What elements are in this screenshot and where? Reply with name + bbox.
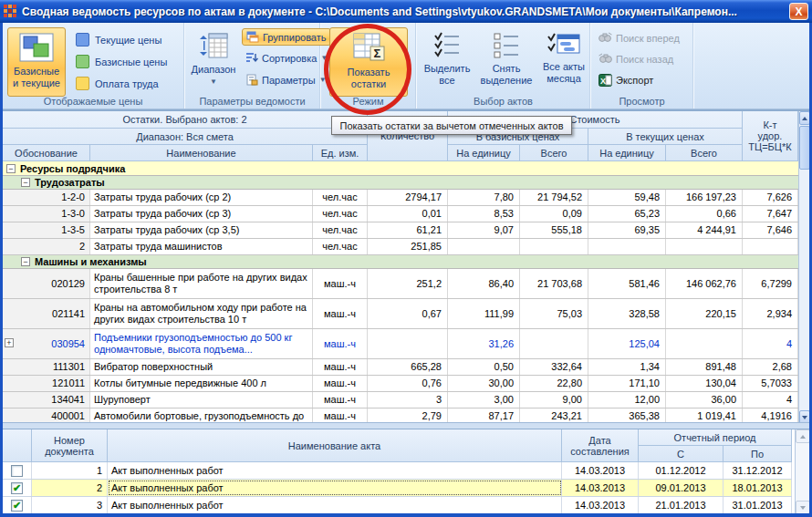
cell-name: Подъемники грузоподъемностью до 500 кг о… — [90, 329, 313, 358]
cell-code: 111301 — [3, 359, 90, 375]
month-acts-button[interactable]: Все акты месяца — [538, 27, 589, 97]
group-label-sheet-params: Параметры ведомости — [185, 96, 319, 107]
cell-qty: 61,21 — [368, 222, 448, 238]
svg-text:X: X — [600, 77, 606, 86]
grouping-button[interactable]: Группировать — [242, 28, 331, 46]
act-row[interactable]: ✔2Акт выполненных работ14.03.201309.01.2… — [3, 480, 792, 497]
cell-code: 1-2-0 — [3, 190, 90, 205]
current-prices-color-icon — [76, 33, 89, 47]
group-row[interactable]: −Трудозатраты — [3, 176, 798, 190]
cell-c_total: 891,48 — [666, 359, 743, 375]
show-remains-button[interactable]: Σ Показать остатки — [329, 27, 408, 97]
grouping-icon — [246, 31, 259, 43]
basis-prices-toggle[interactable]: Базисные цены — [76, 55, 167, 68]
cell-period-to: 31.12.2012 — [724, 462, 792, 479]
column-header-name: Наименование — [90, 145, 313, 161]
cell-act-name: Акт выполненных работ — [108, 462, 562, 479]
cell-act-date: 14.03.2013 — [562, 480, 639, 496]
export-button[interactable]: X Экспорт — [595, 72, 657, 88]
resources-vertical-scrollbar[interactable] — [798, 111, 809, 424]
acts-vertical-scrollbar[interactable] — [795, 429, 809, 514]
cell-period-from: 09.01.2013 — [639, 480, 724, 496]
cell-name: Краны башенные при работе на других вида… — [90, 269, 313, 298]
group-row[interactable]: −Машины и механизмы — [3, 255, 798, 269]
acts-table-header: Номер документа Наименование акта Дата с… — [3, 429, 792, 462]
header-range: Диапазон: Вся смета — [3, 129, 368, 145]
act-row[interactable]: 1Акт выполненных работ14.03.201301.12.20… — [3, 462, 792, 480]
resource-row[interactable]: 134041Шуруповертмаш.-ч33,009,0012,0036,0… — [3, 392, 798, 408]
collapse-icon[interactable]: − — [6, 164, 16, 173]
parameters-button[interactable]: Параметры ▼ — [242, 72, 330, 88]
resources-table: Остатки. Выбрано актов: 2 Диапазон: Вся … — [3, 109, 809, 422]
labor-pay-toggle[interactable]: Оплата труда — [76, 77, 159, 90]
resource-row[interactable]: 2Затраты труда машинистовчел.час251,85 — [3, 239, 798, 255]
select-all-button[interactable]: Выделить все — [420, 27, 474, 97]
header-coeff: К-т удор. ТЦ=БЦ*К — [743, 111, 798, 161]
cell-qty: 251,2 — [368, 269, 448, 298]
cell-c_total — [666, 329, 743, 358]
cell-name: Шуруповерт — [90, 392, 313, 408]
resource-row[interactable]: 111301Вибратор поверхностныймаш.-ч665,28… — [3, 359, 798, 376]
resource-row[interactable]: 020129Краны башенные при работе на други… — [3, 269, 798, 299]
cell-k: 4 — [743, 329, 798, 358]
search-back-label: Поиск назад — [616, 54, 673, 65]
cell-b_unit: 3,00 — [448, 392, 520, 408]
sorting-icon — [245, 52, 258, 64]
select-all-icon — [433, 32, 461, 59]
acts-header-period: Отчетный период — [639, 429, 792, 446]
act-row[interactable]: ✔3Акт выполненных работ14.03.201321.01.2… — [3, 497, 792, 514]
arrow-up-icon — [802, 117, 807, 120]
basis-current-prices-label: Базисные и текущие — [10, 66, 63, 89]
deselect-button[interactable]: Снять выделение — [476, 27, 536, 97]
act-checkbox-unchecked[interactable] — [11, 465, 23, 477]
app-icon — [4, 5, 17, 18]
search-back-button[interactable]: Поиск назад — [595, 51, 677, 67]
cell-unit: маш.-ч — [313, 392, 368, 408]
header-current-prices: В текущих ценах — [588, 129, 743, 145]
resource-row[interactable]: 021141Краны на автомобильном ходу при ра… — [3, 299, 798, 329]
cell-k: 7,646 — [743, 222, 798, 238]
search-forward-button[interactable]: Поиск вперед — [595, 30, 683, 46]
export-label: Экспорт — [616, 75, 653, 86]
act-checkbox-checked[interactable]: ✔ — [11, 482, 23, 494]
cell-c_total: 4 244,91 — [666, 222, 743, 238]
cell-name: Затраты труда рабочих (ср 2) — [90, 190, 313, 205]
collapse-icon[interactable]: − — [21, 178, 30, 187]
resource-row[interactable]: 030954+Подъемники грузоподъемностью до 5… — [3, 329, 798, 359]
expand-icon[interactable]: + — [5, 338, 14, 347]
labor-pay-label: Оплата труда — [95, 78, 159, 89]
acts-header-date: Дата составления — [562, 429, 639, 462]
basis-current-prices-button[interactable]: Базисные и текущие — [7, 27, 66, 97]
current-prices-toggle[interactable]: Текущие цены — [76, 33, 161, 47]
labor-pay-color-icon — [76, 77, 89, 90]
acts-scroll-up-button[interactable] — [796, 429, 810, 443]
parameters-label: Параметры — [262, 75, 316, 86]
cell-c_unit: 69,35 — [588, 222, 666, 238]
cell-b_unit: 86,40 — [448, 269, 520, 298]
resource-row[interactable]: 121011Котлы битумные передвижные 400 лма… — [3, 376, 798, 392]
cell-c_unit: 171,10 — [588, 376, 666, 391]
resource-row[interactable]: 1-3-5Затраты труда рабочих (ср 3,5)чел.ч… — [3, 222, 798, 239]
table-splitter[interactable] — [3, 422, 809, 429]
resource-row[interactable]: 1-2-0Затраты труда рабочих (ср 2)чел.час… — [3, 190, 798, 206]
close-button[interactable]: X — [789, 3, 808, 20]
group-row[interactable]: −Ресурсы подрядчика — [3, 161, 798, 176]
ribbon-group-view: Поиск вперед Поиск назад X Экспорт Просм… — [591, 23, 693, 109]
cell-name: Котлы битумные передвижные 400 л — [90, 376, 313, 391]
cell-c_unit: 581,46 — [588, 269, 666, 298]
act-checkbox-checked[interactable]: ✔ — [11, 500, 23, 512]
column-header-total-basis: Всего — [520, 145, 588, 161]
column-header-code: Обоснование — [3, 145, 90, 161]
group-row-label: Ресурсы подрядчика — [20, 163, 125, 174]
acts-scroll-down-button[interactable] — [796, 501, 810, 514]
collapse-icon[interactable]: − — [21, 257, 30, 266]
cell-c_total: 146 062,76 — [666, 269, 743, 298]
cell-b_total: 21 794,52 — [520, 190, 588, 205]
cell-c_unit: 328,58 — [588, 299, 666, 328]
range-button[interactable]: Диапазон ▼ — [189, 27, 238, 97]
ribbon-group-sheet-params: Диапазон ▼ Группировать Сортировка ▼ — [185, 23, 320, 109]
cell-k — [743, 239, 798, 254]
sorting-button[interactable]: Сортировка ▼ — [242, 50, 331, 66]
resource-row[interactable]: 1-3-0Затраты труда рабочих (ср 3)чел.час… — [3, 206, 798, 222]
cell-c_unit: 1,34 — [588, 359, 666, 375]
